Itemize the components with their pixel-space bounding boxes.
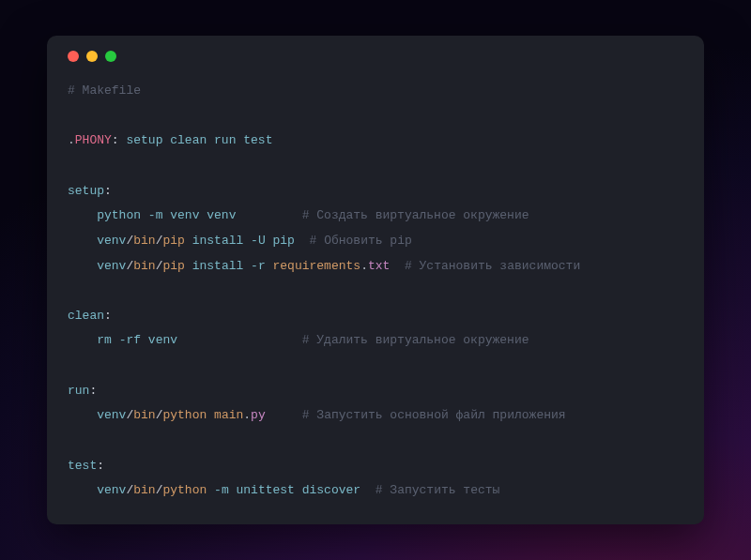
minimize-icon[interactable] xyxy=(86,51,98,62)
phony-dot: . xyxy=(68,133,75,147)
code-window: # Makefile .PHONY: setup clean run test … xyxy=(47,36,704,524)
target-test: test xyxy=(68,459,97,473)
target-setup: setup xyxy=(68,184,104,198)
comment-header: # Makefile xyxy=(68,83,141,98)
comment-setup-1: # Создать виртуальное окружение xyxy=(302,208,529,222)
comment-run-1: # Запустить основной файл приложения xyxy=(302,408,566,422)
code-block: # Makefile .PHONY: setup clean run test … xyxy=(68,79,683,504)
comment-clean-1: # Удалить виртуальное окружение xyxy=(302,333,529,347)
phony-colon: : xyxy=(112,133,119,147)
phony-keyword: PHONY xyxy=(75,133,112,147)
comment-setup-2: # Обновить pip xyxy=(310,234,412,248)
window-traffic-lights xyxy=(68,51,683,62)
target-run: run xyxy=(68,384,89,398)
target-clean: clean xyxy=(68,309,104,323)
comment-test-1: # Запустить тесты xyxy=(376,483,500,497)
maximize-icon[interactable] xyxy=(105,51,116,62)
comment-setup-3: # Установить зависимости xyxy=(405,259,580,273)
phony-targets: setup clean run test xyxy=(119,133,273,147)
close-icon[interactable] xyxy=(68,51,79,62)
